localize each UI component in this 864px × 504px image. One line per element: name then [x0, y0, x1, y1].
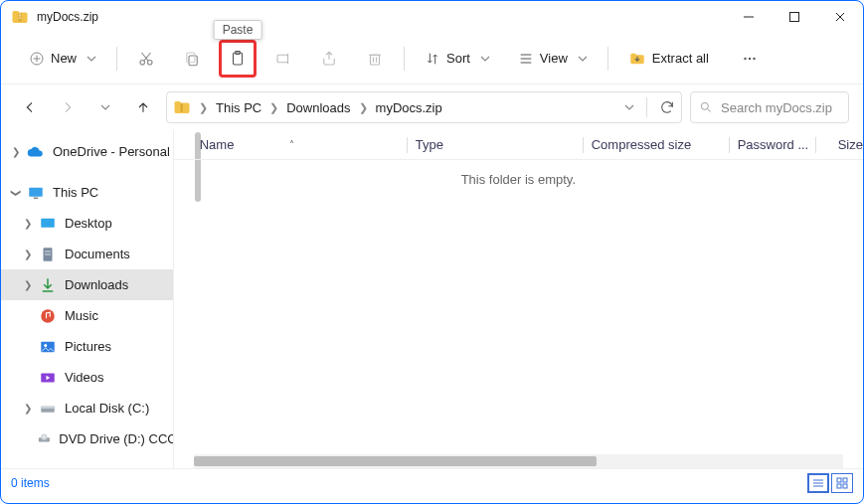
separator	[607, 47, 608, 71]
desktop-icon	[39, 215, 57, 233]
details-view-button[interactable]	[807, 473, 829, 493]
empty-folder-message: This folder is empty.	[174, 160, 863, 187]
delete-button[interactable]	[358, 42, 392, 76]
chevron-right-icon[interactable]: ❯	[21, 279, 35, 290]
tree-item-music[interactable]: ❯ Music	[1, 300, 173, 331]
chevron-down-icon	[480, 54, 490, 64]
forward-button[interactable]	[53, 92, 83, 122]
tree-label: Videos	[65, 370, 104, 385]
breadcrumb-downloads[interactable]: Downloads	[282, 98, 354, 117]
column-headers: Name ˄ Type Compressed size Password ...…	[174, 130, 863, 160]
view-button[interactable]: View	[510, 42, 596, 76]
chevron-right-icon[interactable]: ❯	[21, 218, 35, 229]
tree-item-pictures[interactable]: ❯ Pictures	[1, 331, 173, 362]
maximize-button[interactable]	[772, 1, 817, 33]
column-name[interactable]: Name ˄	[200, 137, 399, 152]
column-size[interactable]: Size	[824, 137, 863, 152]
minimize-button[interactable]	[726, 1, 772, 33]
copy-button[interactable]	[175, 42, 209, 76]
navigation-tree: ❯ OneDrive - Personal ❯ This PC ❯ Deskto…	[1, 130, 174, 468]
new-button[interactable]: New	[21, 42, 104, 76]
back-button[interactable]	[15, 92, 45, 122]
tree-item-desktop[interactable]: ❯ Desktop	[1, 208, 173, 239]
chevron-down-icon	[578, 54, 588, 64]
tree-item-local-disk[interactable]: ❯ Local Disk (C:)	[1, 393, 173, 423]
chevron-right-icon[interactable]: ❯	[9, 146, 23, 157]
search-input[interactable]: Search myDocs.zip	[690, 91, 849, 123]
svg-point-29	[701, 102, 708, 109]
view-label: View	[540, 51, 568, 66]
titlebar: myDocs.zip	[1, 1, 863, 33]
svg-rect-32	[34, 197, 39, 199]
sort-label: Sort	[446, 51, 470, 66]
address-bar[interactable]: ❯ This PC ❯ Downloads ❯ myDocs.zip	[166, 91, 682, 123]
breadcrumb-this-pc[interactable]: This PC	[212, 98, 265, 117]
zip-folder-icon	[173, 98, 191, 116]
chevron-down-icon	[86, 54, 96, 64]
column-password[interactable]: Password ...	[738, 137, 807, 152]
recent-dropdown[interactable]	[90, 92, 120, 122]
svg-rect-50	[837, 478, 841, 482]
tree-label: Music	[65, 308, 98, 323]
paste-button[interactable]: Paste	[221, 42, 255, 76]
tree-label: Pictures	[65, 339, 111, 354]
up-button[interactable]	[128, 92, 158, 122]
chevron-down-icon[interactable]: ❯	[11, 186, 22, 200]
svg-rect-28	[181, 103, 183, 111]
svg-rect-33	[41, 218, 55, 227]
svg-point-46	[43, 436, 45, 438]
chevron-right-icon[interactable]: ❯	[197, 101, 210, 114]
refresh-button[interactable]	[659, 99, 675, 115]
chevron-right-icon[interactable]: ❯	[357, 101, 370, 114]
tree-item-this-pc[interactable]: ❯ This PC	[1, 177, 173, 208]
cut-button[interactable]	[129, 42, 163, 76]
tree-item-videos[interactable]: ❯ Videos	[1, 362, 173, 393]
separator	[646, 97, 647, 117]
svg-rect-2	[790, 13, 799, 22]
rename-button[interactable]	[266, 42, 300, 76]
separator	[583, 137, 584, 153]
zip-folder-icon	[11, 8, 29, 26]
svg-line-30	[708, 109, 711, 112]
separator	[729, 137, 730, 153]
breadcrumb-current[interactable]: myDocs.zip	[372, 98, 446, 117]
monitor-icon	[27, 184, 45, 202]
search-icon	[699, 100, 713, 114]
tree-label: Downloads	[65, 277, 128, 292]
scrollbar-thumb[interactable]	[194, 456, 597, 466]
column-type[interactable]: Type	[416, 137, 575, 152]
navigation-row: ❯ This PC ❯ Downloads ❯ myDocs.zip Searc…	[1, 84, 863, 130]
svg-rect-51	[843, 478, 847, 482]
tree-label: Documents	[65, 247, 130, 261]
horizontal-scrollbar[interactable]	[194, 454, 843, 468]
main-area: ❯ OneDrive - Personal ❯ This PC ❯ Deskto…	[1, 130, 863, 468]
tree-label: Local Disk (C:)	[65, 401, 149, 416]
extract-label: Extract all	[652, 51, 709, 66]
tree-item-downloads[interactable]: ❯ Downloads	[1, 269, 173, 300]
extract-all-button[interactable]: Extract all	[620, 42, 717, 76]
more-button[interactable]	[733, 42, 767, 76]
svg-rect-12	[189, 56, 197, 66]
column-compressed-size[interactable]: Compressed size	[592, 137, 721, 152]
svg-point-27	[753, 57, 755, 59]
chevron-right-icon[interactable]: ❯	[21, 403, 35, 414]
tree-item-onedrive[interactable]: ❯ OneDrive - Personal	[1, 136, 173, 167]
svg-rect-52	[837, 484, 841, 488]
svg-rect-53	[843, 484, 847, 488]
document-icon	[39, 246, 57, 263]
tree-item-dvd-drive[interactable]: ❯ DVD Drive (D:) CCCOM	[1, 423, 173, 454]
chevron-down-icon[interactable]	[624, 102, 634, 112]
tree-label: OneDrive - Personal	[53, 144, 170, 159]
svg-rect-13	[187, 53, 195, 63]
svg-rect-16	[277, 55, 288, 63]
chevron-right-icon[interactable]: ❯	[21, 249, 35, 259]
share-button[interactable]	[312, 42, 346, 76]
thumbnails-view-button[interactable]	[831, 473, 853, 493]
tree-item-documents[interactable]: ❯ Documents	[1, 239, 173, 269]
svg-point-25	[744, 57, 746, 59]
chevron-right-icon[interactable]: ❯	[267, 101, 280, 114]
svg-rect-31	[29, 187, 43, 196]
sort-button[interactable]: Sort	[417, 42, 498, 76]
close-button[interactable]	[817, 1, 863, 33]
svg-rect-43	[41, 406, 55, 408]
